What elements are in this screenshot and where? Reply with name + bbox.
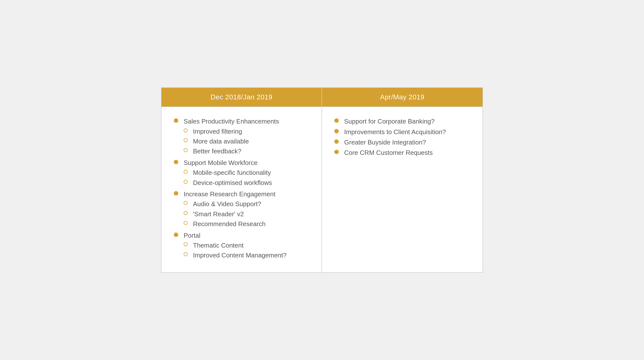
list-item: Support for Corporate Banking? bbox=[334, 117, 470, 126]
right-list: Support for Corporate Banking?Improvemen… bbox=[334, 117, 470, 157]
sub-item-text: Thematic Content bbox=[193, 241, 309, 250]
list-item: PortalThematic ContentImproved Content M… bbox=[174, 231, 309, 260]
sub-item: Audio & Video Support? bbox=[184, 200, 309, 208]
header-left: Dec 2018/Jan 2019 bbox=[162, 88, 322, 106]
left-column: Sales Productivity EnhancementsImproved … bbox=[162, 107, 322, 272]
sub-list-item: More data available bbox=[184, 137, 309, 146]
sub-item: Thematic Content bbox=[184, 241, 309, 250]
empty-bullet-icon bbox=[184, 180, 188, 184]
sub-item: Device-optimised workflows bbox=[184, 178, 309, 187]
list-item: Improvements to Client Acquisition? bbox=[334, 127, 470, 136]
sub-item-text: Better feedback? bbox=[193, 147, 309, 155]
sub-list-item: Recommended Research bbox=[184, 220, 309, 228]
empty-bullet-icon bbox=[184, 148, 188, 152]
primary-item-text: Increase Research Engagement bbox=[184, 190, 309, 199]
filled-bullet-icon bbox=[174, 191, 178, 196]
sub-list-item: Mobile-specific functionality bbox=[184, 168, 309, 177]
empty-bullet-icon bbox=[184, 252, 188, 256]
primary-item-text: Support for Corporate Banking? bbox=[344, 117, 470, 126]
header-right: Apr/May 2019 bbox=[322, 88, 482, 106]
list-item: Increase Research EngagementAudio & Vide… bbox=[174, 190, 309, 229]
sub-item: More data available bbox=[184, 137, 309, 146]
filled-bullet-icon bbox=[174, 160, 178, 164]
sub-item-text: Audio & Video Support? bbox=[193, 200, 309, 208]
sub-list: Mobile-specific functionalityDevice-opti… bbox=[184, 168, 309, 187]
empty-bullet-icon bbox=[184, 138, 188, 142]
sub-list-item: Audio & Video Support? bbox=[184, 200, 309, 208]
sub-list-item: Improved Content Management? bbox=[184, 251, 309, 260]
sub-list-item: 'Smart Reader' v2 bbox=[184, 210, 309, 219]
primary-item-text: Portal bbox=[184, 231, 309, 240]
sub-item: 'Smart Reader' v2 bbox=[184, 210, 309, 219]
primary-item-text: Core CRM Customer Requests bbox=[344, 148, 470, 157]
primary-item: Core CRM Customer Requests bbox=[334, 148, 470, 157]
primary-item: Improvements to Client Acquisition? bbox=[334, 127, 470, 136]
list-item: Support Mobile WorkforceMobile-specific … bbox=[174, 158, 309, 187]
empty-bullet-icon bbox=[184, 201, 188, 205]
primary-item: Sales Productivity Enhancements bbox=[174, 117, 309, 126]
header-row: Dec 2018/Jan 2019 Apr/May 2019 bbox=[162, 88, 482, 106]
primary-item-text: Improvements to Client Acquisition? bbox=[344, 127, 470, 136]
header-left-label: Dec 2018/Jan 2019 bbox=[210, 93, 272, 101]
sub-item-text: Improved filtering bbox=[193, 127, 309, 136]
main-container: Dec 2018/Jan 2019 Apr/May 2019 Sales Pro… bbox=[161, 87, 483, 272]
primary-item: Portal bbox=[174, 231, 309, 240]
primary-item: Support for Corporate Banking? bbox=[334, 117, 470, 126]
right-column: Support for Corporate Banking?Improvemen… bbox=[322, 107, 482, 272]
primary-item-text: Support Mobile Workforce bbox=[184, 158, 309, 167]
empty-bullet-icon bbox=[184, 128, 188, 132]
sub-list: Improved filteringMore data availableBet… bbox=[184, 127, 309, 156]
primary-item-text: Greater Buyside Integration? bbox=[344, 138, 470, 147]
list-item: Sales Productivity EnhancementsImproved … bbox=[174, 117, 309, 156]
primary-item: Greater Buyside Integration? bbox=[334, 138, 470, 147]
sub-item-text: 'Smart Reader' v2 bbox=[193, 210, 309, 219]
sub-item-text: More data available bbox=[193, 137, 309, 146]
sub-item: Better feedback? bbox=[184, 147, 309, 155]
sub-list-item: Improved filtering bbox=[184, 127, 309, 136]
sub-item: Improved filtering bbox=[184, 127, 309, 136]
list-item: Core CRM Customer Requests bbox=[334, 148, 470, 157]
sub-list-item: Device-optimised workflows bbox=[184, 178, 309, 187]
sub-list: Thematic ContentImproved Content Managem… bbox=[184, 241, 309, 260]
primary-item-text: Sales Productivity Enhancements bbox=[184, 117, 309, 126]
sub-item-text: Mobile-specific functionality bbox=[193, 168, 309, 177]
left-list: Sales Productivity EnhancementsImproved … bbox=[174, 117, 309, 260]
sub-list-item: Better feedback? bbox=[184, 147, 309, 155]
primary-item: Increase Research Engagement bbox=[174, 190, 309, 199]
empty-bullet-icon bbox=[184, 242, 188, 246]
sub-list: Audio & Video Support?'Smart Reader' v2R… bbox=[184, 200, 309, 228]
empty-bullet-icon bbox=[184, 170, 188, 173]
content-row: Sales Productivity EnhancementsImproved … bbox=[162, 106, 482, 272]
list-item: Greater Buyside Integration? bbox=[334, 138, 470, 147]
sub-item-text: Recommended Research bbox=[193, 220, 309, 228]
empty-bullet-icon bbox=[184, 221, 188, 225]
sub-item: Recommended Research bbox=[184, 220, 309, 228]
filled-bullet-icon bbox=[174, 233, 178, 237]
empty-bullet-icon bbox=[184, 211, 188, 215]
sub-item: Improved Content Management? bbox=[184, 251, 309, 260]
filled-bullet-icon bbox=[334, 129, 339, 133]
filled-bullet-icon bbox=[334, 118, 339, 123]
sub-item-text: Device-optimised workflows bbox=[193, 178, 309, 187]
primary-item: Support Mobile Workforce bbox=[174, 158, 309, 167]
filled-bullet-icon bbox=[174, 118, 178, 123]
filled-bullet-icon bbox=[334, 139, 339, 144]
sub-list-item: Thematic Content bbox=[184, 241, 309, 250]
sub-item-text: Improved Content Management? bbox=[193, 251, 309, 260]
header-right-label: Apr/May 2019 bbox=[380, 93, 424, 101]
sub-item: Mobile-specific functionality bbox=[184, 168, 309, 177]
filled-bullet-icon bbox=[334, 150, 339, 154]
